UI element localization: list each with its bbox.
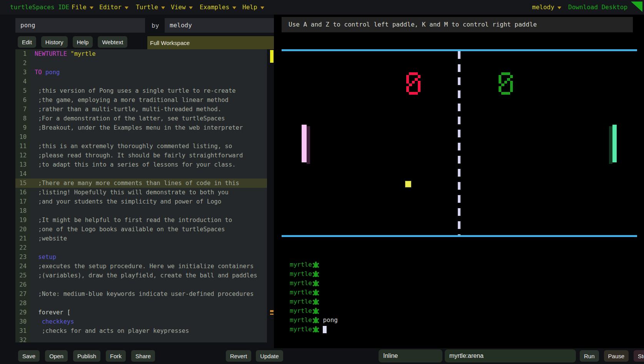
code-text: ;listing! Hopefully this will demonstrat… [30, 188, 229, 197]
line-number: 30 [15, 317, 30, 326]
line-number: 23 [15, 252, 30, 262]
code-line-28: 28 [15, 299, 267, 308]
code-line-29: 29 forever [ [15, 308, 267, 317]
update-button[interactable]: Update [256, 350, 283, 362]
code-line-31: 31 ;checks for and acts on player keypre… [15, 326, 267, 336]
download-desktop-link[interactable]: Download Desktop [568, 3, 627, 11]
code-line-26: 26 [15, 280, 267, 289]
console-line: myrtle [290, 279, 338, 288]
pong-ball [405, 181, 411, 187]
bottom-action-bar: Save Open Publish Fork Share Revert Upda… [0, 348, 644, 364]
turtle-target-input[interactable]: myrtle:arena [445, 349, 576, 362]
console-line: myrtle [290, 297, 338, 306]
user-menu[interactable]: melody [532, 3, 561, 11]
line-number: 10 [15, 132, 30, 142]
instructions-bar: Use A and Z to control left paddle, K an… [282, 17, 633, 32]
by-label: by [152, 22, 159, 29]
pause-button[interactable]: Pause [604, 350, 629, 362]
revert-button[interactable]: Revert [226, 350, 251, 362]
code-line-25: 25 ;(variables), draw the playfield, cre… [15, 271, 267, 280]
turtle-icon [312, 317, 319, 324]
line-number: 17 [15, 197, 30, 206]
line-number: 32 [15, 336, 30, 342]
code-line-1: 1NEWTURTLE "myrtle [15, 49, 267, 58]
line-number: 12 [15, 151, 30, 160]
turtle-icon [312, 326, 319, 333]
menu-file[interactable]: File [72, 3, 93, 11]
edit-button[interactable]: Edit [18, 36, 36, 48]
code-line-32: 32 [15, 336, 267, 342]
code-text [30, 280, 35, 289]
chevron-down-icon [232, 7, 236, 9]
code-line-15: 15 ;There are many more comments than li… [15, 179, 267, 188]
line-number: 5 [15, 86, 30, 95]
console-prompt: myrtle [290, 269, 312, 279]
right-paddle [612, 125, 617, 162]
code-text: ;It might be helpful to first read the i… [30, 215, 232, 225]
turtle-icon [312, 289, 319, 296]
code-line-16: 16 ;listing! Hopefully this will demonst… [15, 188, 267, 197]
fork-button[interactable]: Fork [106, 350, 126, 362]
left-paddle-shadow [307, 126, 310, 164]
console-line: myrtle [290, 306, 338, 316]
code-text [30, 299, 35, 308]
run-button[interactable]: Run [580, 350, 599, 362]
line-number: 13 [15, 160, 30, 169]
editor-scrollbar-thumb[interactable] [270, 50, 274, 63]
tab-full-workspace[interactable]: Full Workspace [147, 36, 274, 49]
code-line-6: 6 ;the game, employing a more traditiona… [15, 95, 267, 105]
help-button[interactable]: Help [73, 36, 93, 48]
console-line: myrtle [290, 288, 338, 297]
console-prompt: myrtle [290, 306, 312, 316]
publish-button[interactable]: Publish [73, 350, 100, 362]
share-button[interactable]: Share [131, 350, 155, 362]
code-text [30, 169, 35, 179]
line-number: 3 [15, 68, 30, 77]
project-title-input[interactable] [15, 18, 145, 33]
stop-button[interactable]: Stop [634, 350, 644, 362]
project-author-input[interactable] [165, 18, 274, 33]
menu-view[interactable]: View [171, 3, 193, 11]
code-text: setup [30, 252, 56, 262]
chevron-down-icon [557, 7, 561, 9]
line-number: 18 [15, 206, 30, 215]
code-editor[interactable]: 1NEWTURTLE "myrtle23TO pong45 ;this vers… [15, 49, 267, 342]
logo-console[interactable]: myrtle myrtle myrtle myrtle [290, 260, 338, 334]
code-text: forever [ [30, 308, 70, 317]
line-number: 1 [15, 49, 30, 58]
console-prompt: myrtle [290, 260, 312, 269]
code-text: ;and your students the simplicity and po… [30, 197, 221, 206]
code-text: ;one of the Logo books available on the … [30, 225, 225, 234]
app-logo: turtleSpaces IDE [10, 3, 69, 11]
center-dashed-line [458, 51, 460, 235]
code-text: checkkeys [30, 317, 74, 326]
code-line-3: 3TO pong [15, 68, 267, 77]
menu-turtle[interactable]: Turtle [136, 3, 165, 11]
line-number: 20 [15, 225, 30, 234]
line-number: 11 [15, 142, 30, 151]
save-button[interactable]: Save [18, 350, 40, 362]
line-number: 27 [15, 289, 30, 299]
right-score-zero [499, 72, 513, 95]
code-line-19: 19 ;It might be helpful to first read th… [15, 215, 267, 225]
code-text: TO pong [30, 68, 60, 77]
code-text: ;checks for and acts on player keypresse… [30, 326, 189, 336]
menu-examples[interactable]: Examples [200, 3, 236, 11]
webtext-button[interactable]: Webtext [98, 36, 127, 48]
console-line: myrtle [290, 325, 338, 334]
code-line-30: 30 checkkeys [15, 317, 267, 326]
code-text: ;(variables), draw the playfield, create… [30, 271, 257, 280]
line-number: 25 [15, 271, 30, 280]
scrollbar-marker [270, 314, 274, 315]
console-cursor [323, 326, 327, 333]
turtle-icon [312, 307, 319, 315]
turtle-canvas[interactable]: Use A and Z to control left paddle, K an… [274, 15, 644, 348]
console-line: myrtle pong [290, 316, 338, 325]
menu-help[interactable]: Help [242, 3, 264, 11]
code-line-8: 8 ;For a demonstration of the latter, se… [15, 114, 267, 123]
history-button[interactable]: History [41, 36, 68, 48]
turtle-icon [312, 280, 319, 287]
inline-mode-select[interactable]: Inline [379, 349, 442, 362]
menu-editor[interactable]: Editor [99, 3, 128, 11]
open-button[interactable]: Open [45, 350, 68, 362]
